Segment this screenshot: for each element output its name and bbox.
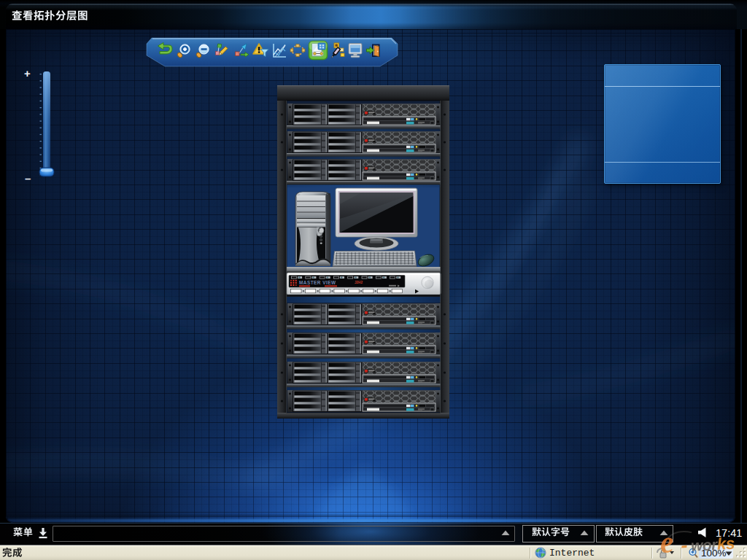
svg-text:MASTER VIEW: MASTER VIEW [299, 280, 336, 285]
svg-text:J2H2: J2H2 [355, 281, 363, 284]
svg-text:e: e [659, 525, 675, 559]
svg-text:works: works [690, 534, 735, 555]
